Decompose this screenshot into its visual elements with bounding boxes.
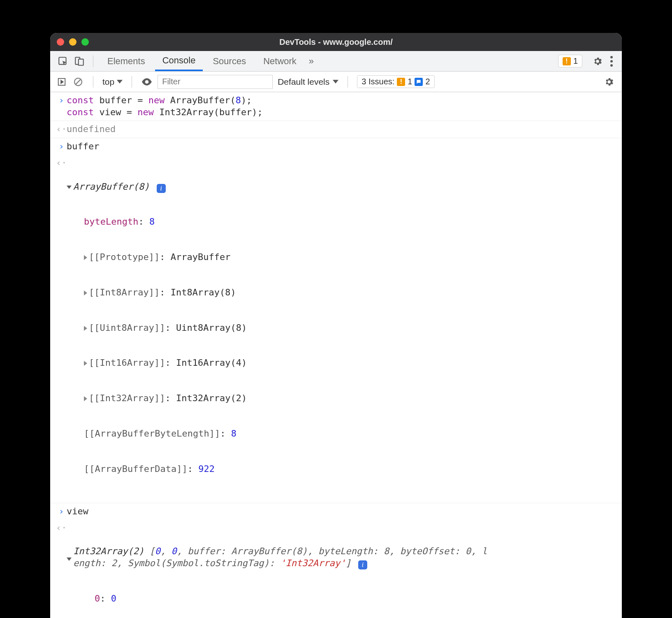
titlebar: DevTools - www.google.com/ [50,33,622,51]
console-output-row[interactable]: ‹· Int32Array(2) [0, 0, buffer: ArrayBuf… [50,520,622,618]
chevron-down-icon [333,80,338,84]
info-badge-icon[interactable]: i [157,184,166,193]
separator [132,76,132,88]
console-settings-icon[interactable] [602,75,616,89]
chevron-down-icon [117,80,123,84]
devtools-window: DevTools - www.google.com/ Elements Cons… [50,33,622,618]
info-icon [415,78,423,86]
console-input-row[interactable]: › view [50,503,622,520]
window-title: DevTools - www.google.com/ [50,37,622,47]
tree-header[interactable]: Int32Array(2) [0, 0, buffer: ArrayBuffer… [67,546,616,569]
issues-indicator[interactable]: ! 1 [558,55,582,67]
warn-count: 1 [408,77,412,86]
tree-header[interactable]: ArrayBuffer(8) i [67,181,616,193]
console-input-row[interactable]: › buffer [50,138,622,155]
issues-label: 3 Issues: [361,77,394,86]
live-expression-icon[interactable] [141,76,153,88]
console-output-row[interactable]: ‹· ArrayBuffer(8) i byteLength: 8 [[Prot… [50,155,622,503]
input-chevron-icon: › [56,95,67,118]
expand-arrow-icon[interactable] [84,326,87,331]
issues-summary[interactable]: 3 Issues: ! 1 2 [357,75,434,88]
context-label: top [102,77,114,87]
tab-sources[interactable]: Sources [205,51,253,71]
log-levels-selector[interactable]: Default levels [278,77,338,87]
filter-input[interactable] [158,75,273,89]
input-chevron-icon: › [56,506,67,518]
svg-rect-0 [59,57,66,64]
console-output-row: ‹· undefined [50,121,622,138]
input-chevron-icon: › [56,141,67,153]
settings-icon[interactable] [591,54,605,68]
object-tree: ArrayBuffer(8) i byteLength: 8 [[Prototy… [67,157,616,498]
tree-row[interactable]: [[Int8Array]]: Int8Array(8) [67,287,616,299]
expand-arrow-icon[interactable] [67,186,72,189]
tree-row[interactable]: [[Prototype]]: ArrayBuffer [67,251,616,263]
object-tree: Int32Array(2) [0, 0, buffer: ArrayBuffer… [67,522,616,618]
expand-arrow-icon[interactable] [84,361,87,366]
inspect-element-icon[interactable] [56,54,70,68]
console-toolbar: top Default levels 3 Issues: ! 1 2 [50,72,622,92]
code: view [67,506,616,518]
tab-network[interactable]: Network [256,51,304,71]
expand-arrow-icon[interactable] [84,255,87,260]
code: const buffer = new ArrayBuffer(8); const… [67,95,616,118]
tab-elements[interactable]: Elements [100,51,153,71]
execution-context-icon[interactable] [56,76,67,88]
separator [93,76,93,88]
warning-icon: ! [563,57,571,65]
warning-icon: ! [397,78,405,86]
tree-row[interactable]: [[ArrayBufferByteLength]]: 8 [67,428,616,440]
info-count: 2 [425,77,430,86]
tab-console[interactable]: Console [155,51,203,71]
separator [93,56,93,67]
console-body: › const buffer = new ArrayBuffer(8); con… [50,92,622,618]
svg-line-5 [76,79,81,84]
tree-row[interactable]: byteLength: 8 [67,216,616,228]
tree-row[interactable]: [[Int32Array]]: Int32Array(2) [67,393,616,404]
code: buffer [67,141,616,153]
issue-count: 1 [573,56,578,66]
tree-row[interactable]: [[Uint8Array]]: Uint8Array(8) [67,322,616,334]
undefined-value: undefined [67,123,616,135]
separator [348,76,348,88]
levels-label: Default levels [278,77,329,87]
expand-arrow-icon[interactable] [67,558,72,561]
kebab-menu-icon[interactable] [607,56,616,67]
output-chevron-icon: ‹· [56,522,67,618]
tree-row[interactable]: [[ArrayBufferData]]: 922 [67,463,616,475]
tree-row[interactable]: [[Int16Array]]: Int16Array(4) [67,357,616,369]
info-badge-icon[interactable]: i [358,560,367,569]
console-input-row[interactable]: › const buffer = new ArrayBuffer(8); con… [50,92,622,121]
output-chevron-icon: ‹· [56,157,67,498]
output-chevron-icon: ‹· [56,123,67,135]
clear-console-icon[interactable] [72,76,84,88]
svg-rect-2 [79,59,83,65]
expand-arrow-icon[interactable] [84,396,87,401]
tab-strip: Elements Console Sources Network » ! 1 [50,51,622,72]
expand-arrow-icon[interactable] [84,290,87,295]
tree-row[interactable]: 0: 0 [67,593,616,605]
device-toggle-icon[interactable] [72,54,86,68]
context-selector[interactable]: top [102,77,123,87]
tab-more[interactable]: » [306,51,316,71]
